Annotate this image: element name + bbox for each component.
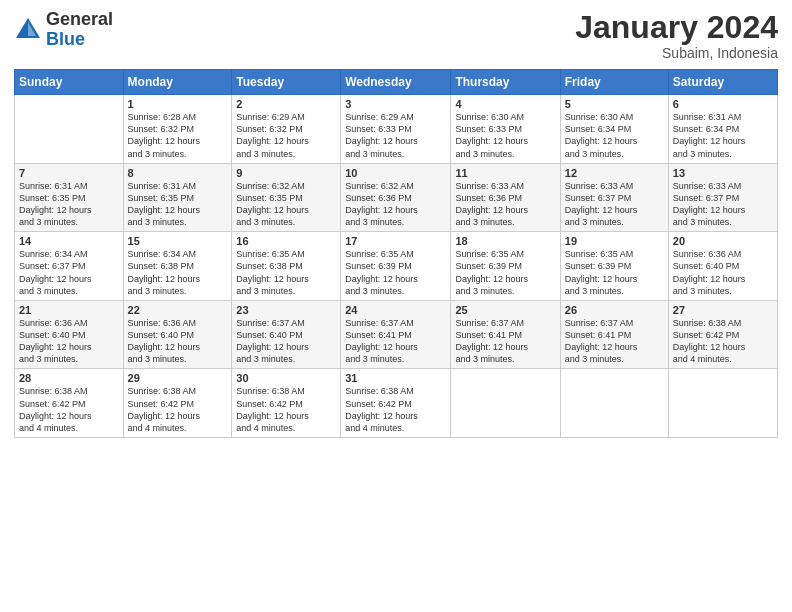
day-info: Sunrise: 6:37 AM Sunset: 6:41 PM Dayligh…: [455, 317, 555, 366]
page-container: General Blue January 2024 Subaim, Indone…: [0, 0, 792, 448]
day-number: 8: [128, 167, 228, 179]
day-number: 11: [455, 167, 555, 179]
calendar-cell: 19Sunrise: 6:35 AM Sunset: 6:39 PM Dayli…: [560, 232, 668, 301]
calendar-week-2: 7Sunrise: 6:31 AM Sunset: 6:35 PM Daylig…: [15, 163, 778, 232]
logo-icon: [14, 16, 42, 44]
calendar-cell: 24Sunrise: 6:37 AM Sunset: 6:41 PM Dayli…: [341, 300, 451, 369]
day-info: Sunrise: 6:38 AM Sunset: 6:42 PM Dayligh…: [673, 317, 773, 366]
day-info: Sunrise: 6:34 AM Sunset: 6:38 PM Dayligh…: [128, 248, 228, 297]
calendar-header: Sunday Monday Tuesday Wednesday Thursday…: [15, 70, 778, 95]
col-sunday: Sunday: [15, 70, 124, 95]
day-info: Sunrise: 6:35 AM Sunset: 6:38 PM Dayligh…: [236, 248, 336, 297]
day-info: Sunrise: 6:36 AM Sunset: 6:40 PM Dayligh…: [673, 248, 773, 297]
calendar-cell: 18Sunrise: 6:35 AM Sunset: 6:39 PM Dayli…: [451, 232, 560, 301]
day-info: Sunrise: 6:28 AM Sunset: 6:32 PM Dayligh…: [128, 111, 228, 160]
day-number: 18: [455, 235, 555, 247]
header-row: Sunday Monday Tuesday Wednesday Thursday…: [15, 70, 778, 95]
calendar-cell: 4Sunrise: 6:30 AM Sunset: 6:33 PM Daylig…: [451, 95, 560, 164]
day-number: 9: [236, 167, 336, 179]
day-info: Sunrise: 6:32 AM Sunset: 6:36 PM Dayligh…: [345, 180, 446, 229]
day-info: Sunrise: 6:30 AM Sunset: 6:33 PM Dayligh…: [455, 111, 555, 160]
col-tuesday: Tuesday: [232, 70, 341, 95]
calendar-cell: 3Sunrise: 6:29 AM Sunset: 6:33 PM Daylig…: [341, 95, 451, 164]
logo-text: General Blue: [46, 10, 113, 50]
day-info: Sunrise: 6:31 AM Sunset: 6:35 PM Dayligh…: [128, 180, 228, 229]
day-number: 2: [236, 98, 336, 110]
day-number: 29: [128, 372, 228, 384]
header: General Blue January 2024 Subaim, Indone…: [14, 10, 778, 61]
calendar-cell: 20Sunrise: 6:36 AM Sunset: 6:40 PM Dayli…: [668, 232, 777, 301]
calendar-cell: 26Sunrise: 6:37 AM Sunset: 6:41 PM Dayli…: [560, 300, 668, 369]
calendar-cell: [451, 369, 560, 438]
logo-blue: Blue: [46, 30, 113, 50]
day-number: 3: [345, 98, 446, 110]
calendar-cell: [560, 369, 668, 438]
calendar-week-5: 28Sunrise: 6:38 AM Sunset: 6:42 PM Dayli…: [15, 369, 778, 438]
day-number: 4: [455, 98, 555, 110]
day-number: 23: [236, 304, 336, 316]
day-info: Sunrise: 6:35 AM Sunset: 6:39 PM Dayligh…: [565, 248, 664, 297]
calendar-cell: 10Sunrise: 6:32 AM Sunset: 6:36 PM Dayli…: [341, 163, 451, 232]
logo-general: General: [46, 10, 113, 30]
calendar-cell: 12Sunrise: 6:33 AM Sunset: 6:37 PM Dayli…: [560, 163, 668, 232]
logo: General Blue: [14, 10, 113, 50]
day-number: 7: [19, 167, 119, 179]
calendar-cell: 13Sunrise: 6:33 AM Sunset: 6:37 PM Dayli…: [668, 163, 777, 232]
calendar-week-1: 1Sunrise: 6:28 AM Sunset: 6:32 PM Daylig…: [15, 95, 778, 164]
day-number: 13: [673, 167, 773, 179]
calendar-cell: 14Sunrise: 6:34 AM Sunset: 6:37 PM Dayli…: [15, 232, 124, 301]
day-info: Sunrise: 6:36 AM Sunset: 6:40 PM Dayligh…: [19, 317, 119, 366]
day-number: 17: [345, 235, 446, 247]
calendar-cell: 27Sunrise: 6:38 AM Sunset: 6:42 PM Dayli…: [668, 300, 777, 369]
day-number: 19: [565, 235, 664, 247]
day-info: Sunrise: 6:31 AM Sunset: 6:34 PM Dayligh…: [673, 111, 773, 160]
calendar-cell: 31Sunrise: 6:38 AM Sunset: 6:42 PM Dayli…: [341, 369, 451, 438]
calendar-cell: 29Sunrise: 6:38 AM Sunset: 6:42 PM Dayli…: [123, 369, 232, 438]
day-info: Sunrise: 6:29 AM Sunset: 6:33 PM Dayligh…: [345, 111, 446, 160]
col-friday: Friday: [560, 70, 668, 95]
calendar-cell: 7Sunrise: 6:31 AM Sunset: 6:35 PM Daylig…: [15, 163, 124, 232]
day-number: 12: [565, 167, 664, 179]
day-info: Sunrise: 6:29 AM Sunset: 6:32 PM Dayligh…: [236, 111, 336, 160]
col-monday: Monday: [123, 70, 232, 95]
calendar-body: 1Sunrise: 6:28 AM Sunset: 6:32 PM Daylig…: [15, 95, 778, 438]
day-info: Sunrise: 6:34 AM Sunset: 6:37 PM Dayligh…: [19, 248, 119, 297]
day-info: Sunrise: 6:32 AM Sunset: 6:35 PM Dayligh…: [236, 180, 336, 229]
day-number: 26: [565, 304, 664, 316]
calendar-cell: 23Sunrise: 6:37 AM Sunset: 6:40 PM Dayli…: [232, 300, 341, 369]
day-info: Sunrise: 6:31 AM Sunset: 6:35 PM Dayligh…: [19, 180, 119, 229]
day-number: 20: [673, 235, 773, 247]
day-info: Sunrise: 6:35 AM Sunset: 6:39 PM Dayligh…: [345, 248, 446, 297]
calendar-cell: 16Sunrise: 6:35 AM Sunset: 6:38 PM Dayli…: [232, 232, 341, 301]
month-title: January 2024: [575, 10, 778, 45]
day-number: 22: [128, 304, 228, 316]
calendar-cell: 5Sunrise: 6:30 AM Sunset: 6:34 PM Daylig…: [560, 95, 668, 164]
day-info: Sunrise: 6:35 AM Sunset: 6:39 PM Dayligh…: [455, 248, 555, 297]
calendar-cell: 8Sunrise: 6:31 AM Sunset: 6:35 PM Daylig…: [123, 163, 232, 232]
day-info: Sunrise: 6:37 AM Sunset: 6:40 PM Dayligh…: [236, 317, 336, 366]
calendar-cell: [668, 369, 777, 438]
calendar-cell: 25Sunrise: 6:37 AM Sunset: 6:41 PM Dayli…: [451, 300, 560, 369]
calendar-cell: 2Sunrise: 6:29 AM Sunset: 6:32 PM Daylig…: [232, 95, 341, 164]
day-number: 14: [19, 235, 119, 247]
day-info: Sunrise: 6:38 AM Sunset: 6:42 PM Dayligh…: [19, 385, 119, 434]
day-number: 10: [345, 167, 446, 179]
day-number: 16: [236, 235, 336, 247]
calendar-cell: 30Sunrise: 6:38 AM Sunset: 6:42 PM Dayli…: [232, 369, 341, 438]
col-thursday: Thursday: [451, 70, 560, 95]
calendar-cell: 9Sunrise: 6:32 AM Sunset: 6:35 PM Daylig…: [232, 163, 341, 232]
day-number: 28: [19, 372, 119, 384]
calendar-table: Sunday Monday Tuesday Wednesday Thursday…: [14, 69, 778, 438]
day-info: Sunrise: 6:38 AM Sunset: 6:42 PM Dayligh…: [236, 385, 336, 434]
day-number: 25: [455, 304, 555, 316]
calendar-cell: 17Sunrise: 6:35 AM Sunset: 6:39 PM Dayli…: [341, 232, 451, 301]
col-saturday: Saturday: [668, 70, 777, 95]
day-info: Sunrise: 6:30 AM Sunset: 6:34 PM Dayligh…: [565, 111, 664, 160]
calendar-cell: 21Sunrise: 6:36 AM Sunset: 6:40 PM Dayli…: [15, 300, 124, 369]
calendar-week-3: 14Sunrise: 6:34 AM Sunset: 6:37 PM Dayli…: [15, 232, 778, 301]
calendar-cell: 22Sunrise: 6:36 AM Sunset: 6:40 PM Dayli…: [123, 300, 232, 369]
day-number: 15: [128, 235, 228, 247]
calendar-cell: 28Sunrise: 6:38 AM Sunset: 6:42 PM Dayli…: [15, 369, 124, 438]
day-info: Sunrise: 6:36 AM Sunset: 6:40 PM Dayligh…: [128, 317, 228, 366]
day-info: Sunrise: 6:33 AM Sunset: 6:36 PM Dayligh…: [455, 180, 555, 229]
